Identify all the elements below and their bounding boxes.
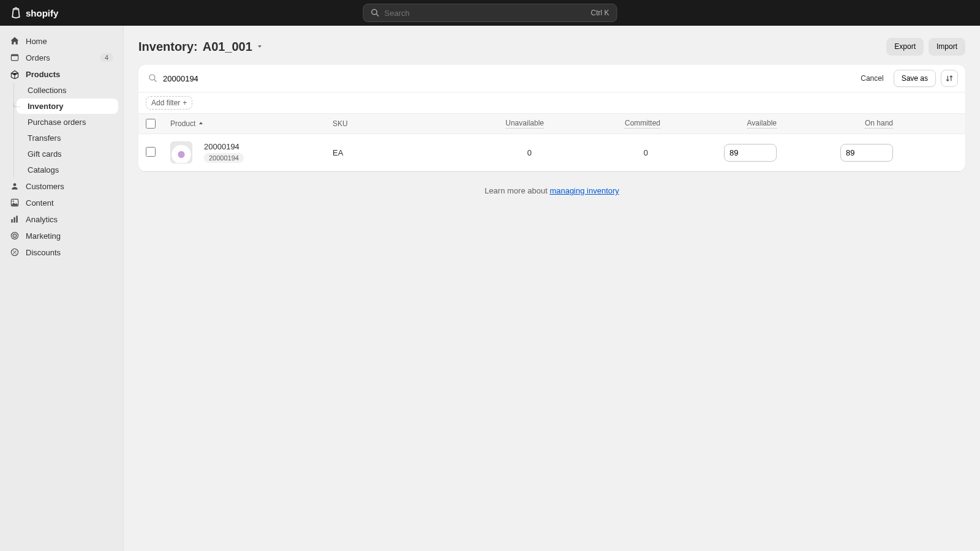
col-on-hand[interactable]: On hand xyxy=(777,119,893,129)
logo[interactable]: shopify xyxy=(10,6,58,20)
nav-analytics[interactable]: Analytics xyxy=(5,211,118,227)
svg-rect-9 xyxy=(16,216,17,222)
nav-label: Analytics xyxy=(26,215,58,224)
product-thumbnail[interactable] xyxy=(170,141,192,163)
nav-collections[interactable]: Collections xyxy=(17,83,118,98)
nav-label: Transfers xyxy=(28,133,61,143)
nav-transfers[interactable]: Transfers xyxy=(17,130,118,146)
nav-gift-cards[interactable]: Gift cards xyxy=(17,146,118,162)
svg-point-4 xyxy=(13,183,17,186)
nav-label: Collections xyxy=(28,86,67,95)
col-label: Unavailable xyxy=(505,119,544,129)
plus-icon: + xyxy=(183,99,187,107)
location-name: A01_001 xyxy=(203,40,252,54)
nav-label: Purchase orders xyxy=(28,118,86,127)
cancel-search-button[interactable]: Cancel xyxy=(856,70,888,86)
nav-label: Orders xyxy=(26,53,50,62)
products-icon xyxy=(10,69,20,79)
add-filter-button[interactable]: Add filter + xyxy=(146,96,192,110)
sidebar: Home Orders 4 Products Collections Inven… xyxy=(0,26,124,551)
product-search-wrap xyxy=(146,71,851,86)
table-row: 20000194 20000194 EA 0 0 xyxy=(138,134,965,171)
inventory-card: Cancel Save as Add filter + Product SKU xyxy=(138,65,965,171)
discounts-icon xyxy=(10,247,20,257)
logo-text: shopify xyxy=(26,8,58,18)
nav-content[interactable]: Content xyxy=(5,195,118,211)
nav-label: Home xyxy=(26,37,47,46)
nav-discounts[interactable]: Discounts xyxy=(5,244,118,260)
select-all-checkbox[interactable] xyxy=(146,119,156,129)
location-selector[interactable]: A01_001 xyxy=(203,40,263,54)
svg-rect-3 xyxy=(11,54,18,56)
nav-label: Customers xyxy=(26,182,64,191)
learn-prefix: Learn more about xyxy=(484,186,549,195)
sort-button[interactable] xyxy=(941,70,958,87)
filter-row: Add filter + xyxy=(138,92,965,114)
managing-inventory-link[interactable]: managing inventory xyxy=(549,186,619,195)
svg-point-12 xyxy=(14,235,15,236)
footer-help: Learn more about managing inventory xyxy=(138,186,965,195)
col-committed[interactable]: Committed xyxy=(544,119,660,129)
search-icon xyxy=(148,73,158,83)
col-product[interactable]: Product xyxy=(170,119,333,128)
search-shortcut: Ctrl K xyxy=(591,9,609,17)
product-search-input[interactable] xyxy=(163,74,848,83)
col-unavailable[interactable]: Unavailable xyxy=(428,119,544,129)
top-bar: shopify Ctrl K xyxy=(0,0,980,26)
sort-icon xyxy=(945,74,954,83)
search-filter-row: Cancel Save as xyxy=(138,65,965,92)
shopify-bag-icon xyxy=(10,6,22,20)
table-header: Product SKU Unavailable Committed Availa… xyxy=(138,114,965,134)
col-label: Committed xyxy=(625,119,660,129)
nav-label: Catalogs xyxy=(28,165,59,174)
col-sku[interactable]: SKU xyxy=(333,119,428,128)
search-icon xyxy=(371,9,380,17)
nav-customers[interactable]: Customers xyxy=(5,178,118,194)
export-button[interactable]: Export xyxy=(886,38,924,55)
col-label: Product xyxy=(170,119,195,128)
svg-line-17 xyxy=(154,80,157,82)
customers-icon xyxy=(10,181,20,191)
col-label: SKU xyxy=(333,119,348,128)
svg-point-15 xyxy=(15,253,17,254)
global-search[interactable]: Ctrl K xyxy=(363,4,617,22)
col-available[interactable]: Available xyxy=(660,119,777,129)
svg-point-14 xyxy=(13,250,14,252)
nav-orders[interactable]: Orders 4 xyxy=(5,50,118,66)
analytics-icon xyxy=(10,214,20,224)
nav-purchase-orders[interactable]: Purchase orders xyxy=(17,114,118,130)
nav-home[interactable]: Home xyxy=(5,33,118,49)
marketing-icon xyxy=(10,231,20,241)
nav-label: Products xyxy=(26,70,60,79)
chevron-down-icon xyxy=(256,43,263,50)
nav-catalogs[interactable]: Catalogs xyxy=(17,162,118,178)
page-header: Inventory: A01_001 Export Import xyxy=(138,38,965,55)
add-filter-label: Add filter xyxy=(151,99,180,107)
page-title-prefix: Inventory: xyxy=(138,40,198,54)
nav-label: Content xyxy=(26,198,54,208)
import-button[interactable]: Import xyxy=(929,38,965,55)
row-checkbox[interactable] xyxy=(146,147,156,157)
nav-marketing[interactable]: Marketing xyxy=(5,228,118,244)
on-hand-input[interactable] xyxy=(840,144,893,162)
col-label: On hand xyxy=(865,119,893,129)
product-cell[interactable]: 20000194 20000194 xyxy=(204,142,333,163)
nav-products[interactable]: Products xyxy=(5,66,118,82)
orders-badge: 4 xyxy=(100,53,113,62)
page-title: Inventory: A01_001 xyxy=(138,40,263,54)
sort-asc-icon xyxy=(198,121,204,127)
main-content: Inventory: A01_001 Export Import Cancel … xyxy=(124,26,980,551)
svg-point-6 xyxy=(12,200,13,201)
header-actions: Export Import xyxy=(886,38,965,55)
svg-rect-7 xyxy=(11,219,12,223)
available-input[interactable] xyxy=(724,144,777,162)
products-subnav: Collections Inventory Purchase orders Tr… xyxy=(13,83,118,178)
svg-line-1 xyxy=(377,14,379,17)
save-as-button[interactable]: Save as xyxy=(894,70,936,87)
svg-rect-8 xyxy=(13,217,15,223)
product-sku-badge: 20000194 xyxy=(204,153,244,163)
nav-label: Inventory xyxy=(28,102,64,111)
nav-label: Gift cards xyxy=(28,149,62,159)
global-search-input[interactable] xyxy=(385,9,591,18)
nav-inventory[interactable]: Inventory xyxy=(17,99,118,114)
